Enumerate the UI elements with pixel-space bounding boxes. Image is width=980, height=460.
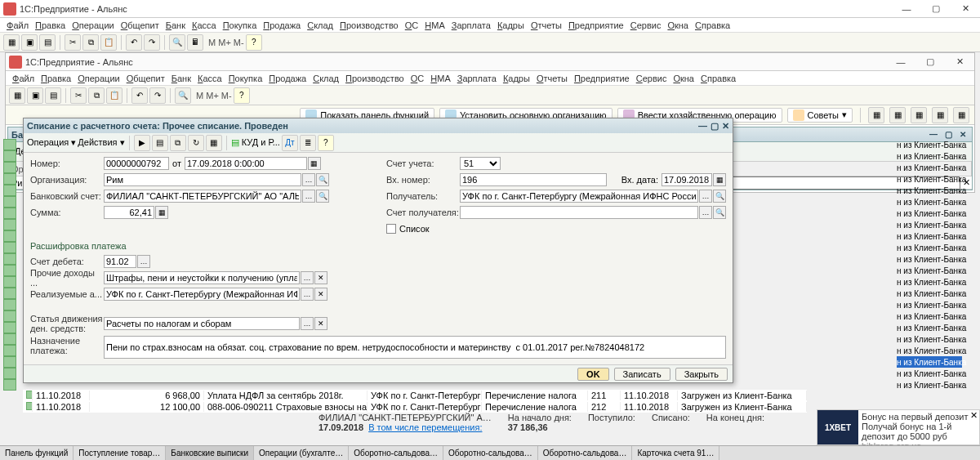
list-item[interactable]: н из Клиент-Банка xyxy=(897,333,962,345)
inner-max-button[interactable]: ▢ xyxy=(919,55,942,69)
row-post-icon[interactable] xyxy=(3,253,16,265)
row-post-icon[interactable] xyxy=(3,162,16,173)
menu-Касса[interactable]: Касса xyxy=(194,74,225,83)
row-post-icon[interactable] xyxy=(3,356,16,368)
list-item[interactable]: н из Клиент-Банка xyxy=(897,162,962,173)
tb-new-icon[interactable]: ▦ xyxy=(3,34,20,51)
outer-min-button[interactable]: — xyxy=(895,2,918,16)
menu-Покупка[interactable]: Покупка xyxy=(220,20,261,30)
menu-НМА[interactable]: НМА xyxy=(421,20,448,30)
debit-input[interactable] xyxy=(104,255,136,268)
menu-Предприятие[interactable]: Предприятие xyxy=(565,20,627,30)
save-button[interactable]: Записать xyxy=(614,368,670,381)
modal-min-button[interactable]: — xyxy=(698,121,707,132)
list-item[interactable]: н из Клиент-Банка xyxy=(897,368,962,379)
list-item[interactable]: н из Клиент-Банка xyxy=(897,196,962,208)
menu-Банк[interactable]: Банк xyxy=(163,20,189,30)
otherinc-input[interactable] xyxy=(104,271,300,284)
menu-ОС[interactable]: ОС xyxy=(402,20,422,30)
tb-copy-icon[interactable]: ⧉ xyxy=(82,34,99,51)
realiz-clear-icon[interactable]: ✕ xyxy=(314,288,327,301)
menu-Справка[interactable]: Справка xyxy=(697,74,739,83)
row-post-icon[interactable] xyxy=(3,196,16,208)
menu-Правка[interactable]: Правка xyxy=(32,20,69,30)
bankacct-input[interactable] xyxy=(104,190,301,203)
purpose-input[interactable] xyxy=(104,336,726,359)
menu-Сервис[interactable]: Сервис xyxy=(633,74,670,83)
ad-close-icon[interactable]: ✕ xyxy=(970,410,978,421)
list-item[interactable]: н из Клиент-Банка xyxy=(897,288,962,299)
list-item[interactable]: н из Клиент-Банка xyxy=(897,185,962,196)
menu-Касса[interactable]: Касса xyxy=(189,20,220,30)
mt-refresh-icon[interactable]: ↻ xyxy=(188,135,204,151)
row-post-icon[interactable] xyxy=(3,299,16,310)
list-item[interactable]: н из Клиент-Банка xyxy=(897,139,962,150)
ok-button[interactable]: OK xyxy=(577,368,609,381)
menu-Общепит[interactable]: Общепит xyxy=(118,20,163,30)
modal-actions-dropdown[interactable]: Действия ▾ xyxy=(78,137,124,148)
taskbar-item[interactable]: Банковские выписки xyxy=(166,446,254,460)
menu-Отчеты[interactable]: Отчеты xyxy=(528,20,565,30)
table-row[interactable]: 11.10.201812 100,00088-006-090211 Страхо… xyxy=(23,401,807,413)
realiz-select-icon[interactable]: … xyxy=(301,288,314,301)
list-item[interactable]: н из Клиент-Банка xyxy=(897,242,962,253)
menu-Окна[interactable]: Окна xyxy=(664,20,692,30)
row-post-icon[interactable] xyxy=(3,265,16,276)
menu-Производство[interactable]: Производство xyxy=(342,74,408,83)
menu-Банк[interactable]: Банк xyxy=(168,74,194,83)
recipient-input[interactable] xyxy=(460,190,698,203)
itb-new-icon[interactable]: ▦ xyxy=(9,87,25,104)
taskbar-item[interactable]: Оборотно-сальдова… xyxy=(443,446,538,460)
mt-post-icon[interactable]: ▶ xyxy=(134,135,150,151)
itb-redo-icon[interactable]: ↷ xyxy=(149,87,166,104)
org-open-icon[interactable]: 🔍 xyxy=(316,173,329,186)
row-post-icon[interactable] xyxy=(3,288,16,299)
number-input[interactable] xyxy=(104,157,169,170)
indate-input[interactable] xyxy=(662,173,712,186)
table-row[interactable]: 11.10.20186 968,00Уплата НДФЛ за сентябр… xyxy=(23,390,807,401)
modal-max-button[interactable]: ▢ xyxy=(710,121,719,132)
menu-Файл[interactable]: Файл xyxy=(3,20,32,30)
date-input[interactable] xyxy=(185,157,307,170)
cashflow-select-icon[interactable]: … xyxy=(301,317,314,330)
operation-dropdown[interactable]: Операция ▾ xyxy=(27,137,76,148)
row-post-icon[interactable] xyxy=(3,173,16,185)
itb-cut-icon[interactable]: ✂ xyxy=(70,87,87,104)
menu-НМА[interactable]: НМА xyxy=(427,74,453,83)
list-item[interactable]: н из Клиент-Банка xyxy=(897,345,962,356)
inner-close-button[interactable]: ✕ xyxy=(948,55,971,69)
mt-save-icon[interactable]: ▤ xyxy=(152,135,168,151)
menu-Зарплата[interactable]: Зарплата xyxy=(454,74,500,83)
taskbar-item[interactable]: Оборотно-сальдова… xyxy=(538,446,633,460)
menu-Склад[interactable]: Склад xyxy=(310,74,342,83)
menu-Окна[interactable]: Окна xyxy=(670,74,697,83)
tb-calc-icon[interactable]: 🖩 xyxy=(187,34,203,51)
menu-ОС[interactable]: ОС xyxy=(408,74,428,83)
menu-Файл[interactable]: Файл xyxy=(9,74,38,83)
row-post-icon[interactable] xyxy=(3,333,16,345)
recipacct-input[interactable] xyxy=(460,206,698,219)
taskbar-item[interactable]: Поступление товар… xyxy=(74,446,166,460)
advertisement[interactable]: 1XBET Бонус на первый депозит Получай бо… xyxy=(817,409,980,445)
menu-Сервис[interactable]: Сервис xyxy=(627,20,665,30)
menu-Общепит[interactable]: Общепит xyxy=(123,74,168,83)
row-post-icon[interactable] xyxy=(3,368,16,379)
tb-undo-icon[interactable]: ↶ xyxy=(126,34,142,51)
taskbar-item[interactable]: Панель функций xyxy=(0,446,74,460)
list-item[interactable]: н из Клиент-Банка xyxy=(897,230,962,242)
inno-input[interactable] xyxy=(460,173,607,186)
tips-button[interactable]: Советы▾ xyxy=(787,108,853,123)
ab-x1-icon[interactable]: ▦ xyxy=(868,107,884,123)
recipacct-select-icon[interactable]: … xyxy=(699,206,712,219)
mt-help-icon[interactable]: ? xyxy=(318,135,334,151)
menu-Зарплата[interactable]: Зарплата xyxy=(448,20,494,30)
list-item[interactable]: н из Клиент-Банка xyxy=(897,219,962,230)
indate-picker-icon[interactable]: ▦ xyxy=(713,173,726,186)
menu-Склад[interactable]: Склад xyxy=(304,20,336,30)
mt-copy-icon[interactable]: ⧉ xyxy=(170,135,186,151)
list-item[interactable]: н из Клиент-Банка xyxy=(897,265,962,276)
itb-copy-icon[interactable]: ⧉ xyxy=(88,87,105,104)
tb-open-icon[interactable]: ▣ xyxy=(21,34,38,51)
row-post-icon[interactable] xyxy=(3,322,16,333)
menu-Кадры[interactable]: Кадры xyxy=(494,20,528,30)
